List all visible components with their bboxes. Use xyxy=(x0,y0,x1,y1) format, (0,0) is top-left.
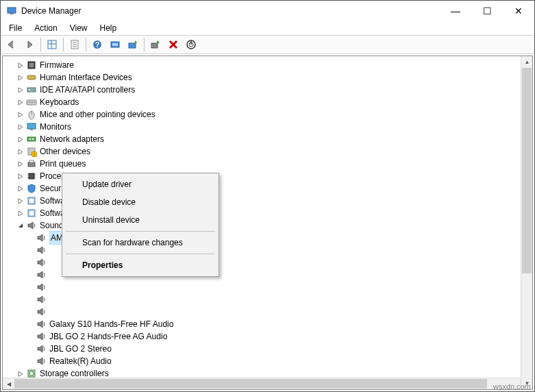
expand-icon[interactable] xyxy=(15,84,26,95)
category-icon xyxy=(26,97,37,108)
expand-icon[interactable] xyxy=(15,134,26,145)
tree-category[interactable]: Print queues xyxy=(3,158,532,170)
help-button[interactable]: ? xyxy=(89,36,105,53)
tree-device[interactable] xyxy=(3,306,532,318)
maximize-button[interactable]: ☐ xyxy=(471,1,503,21)
forward-button[interactable] xyxy=(21,36,38,53)
category-icon xyxy=(26,208,37,219)
tree-category[interactable]: Keyboards xyxy=(3,96,532,108)
svg-text:?: ? xyxy=(95,41,99,49)
svg-rect-30 xyxy=(32,138,34,140)
category-label: Firmware xyxy=(40,59,74,71)
expand-icon[interactable] xyxy=(15,195,26,206)
enable-device-button[interactable] xyxy=(147,36,164,53)
window-title: Device Manager xyxy=(21,6,440,16)
menu-file[interactable]: File xyxy=(3,22,27,34)
properties-button[interactable] xyxy=(66,36,83,53)
category-label: Mice and other pointing devices xyxy=(40,108,155,121)
tree-device[interactable]: Galaxy S10 Hands-Free HF Audio xyxy=(3,318,532,330)
tree-device[interactable]: Realtek(R) Audio xyxy=(3,355,532,367)
expand-icon[interactable] xyxy=(15,72,26,83)
tree-category[interactable]: !Other devices xyxy=(3,145,532,158)
tree-category[interactable]: Monitors xyxy=(3,121,532,133)
svg-rect-42 xyxy=(29,199,34,203)
svg-rect-12 xyxy=(112,43,118,46)
category-label: Human Interface Devices xyxy=(40,71,132,84)
svg-rect-13 xyxy=(129,43,136,48)
svg-rect-19 xyxy=(27,75,36,79)
sound-device-icon xyxy=(36,232,47,243)
category-icon xyxy=(26,84,37,95)
expand-icon[interactable] xyxy=(15,60,26,71)
context-menu-item[interactable]: Scan for hardware changes xyxy=(64,234,216,252)
toolbar-separator xyxy=(144,38,145,51)
toolbar-separator xyxy=(40,38,41,51)
svg-rect-1 xyxy=(10,13,14,14)
expand-icon[interactable] xyxy=(15,97,26,108)
svg-rect-29 xyxy=(29,138,31,140)
svg-point-46 xyxy=(29,371,34,376)
svg-rect-20 xyxy=(27,88,36,92)
tree-category[interactable]: Firmware xyxy=(3,59,532,71)
titlebar[interactable]: Device Manager — ☐ ✕ xyxy=(1,1,534,21)
device-manager-window: Device Manager — ☐ ✕ File Action View He… xyxy=(0,0,535,392)
svg-rect-14 xyxy=(151,43,158,48)
category-label: Monitors xyxy=(40,121,71,133)
window-controls: — ☐ ✕ xyxy=(440,1,534,21)
context-menu-separator xyxy=(66,254,215,254)
scroll-left-button[interactable]: ◀ xyxy=(3,378,14,390)
context-menu-item[interactable]: Disable device xyxy=(64,193,216,211)
menu-help[interactable]: Help xyxy=(95,22,123,34)
scroll-up-button[interactable]: ▲ xyxy=(521,56,533,68)
expand-icon[interactable] xyxy=(15,208,26,219)
back-button[interactable] xyxy=(3,36,20,53)
uninstall-device-button[interactable] xyxy=(165,36,182,53)
expand-icon[interactable] xyxy=(15,158,26,169)
minimize-button[interactable]: — xyxy=(440,1,471,21)
svg-rect-34 xyxy=(28,162,35,167)
vertical-scrollbar[interactable]: ▲ ▼ xyxy=(521,56,532,389)
toolbar: ? xyxy=(1,35,534,54)
tree-category[interactable]: Network adapters xyxy=(3,133,532,145)
expand-icon[interactable] xyxy=(15,121,26,132)
context-menu-item[interactable]: Uninstall device xyxy=(64,211,216,229)
disable-device-button[interactable] xyxy=(183,36,199,53)
horizontal-scrollbar[interactable]: ◀ ▶ xyxy=(3,378,521,389)
svg-rect-26 xyxy=(27,123,36,129)
menu-view[interactable]: View xyxy=(64,22,93,34)
scan-hardware-button[interactable] xyxy=(107,36,123,53)
collapse-icon[interactable] xyxy=(15,220,26,231)
context-menu-item[interactable]: Update driver xyxy=(64,175,216,193)
device-label: JBL GO 2 Hands-Free AG Audio xyxy=(49,330,167,343)
device-label: Galaxy S10 Hands-Free HF Audio xyxy=(49,318,173,330)
svg-rect-35 xyxy=(29,160,34,162)
category-icon xyxy=(26,158,37,169)
sound-device-icon xyxy=(36,294,47,305)
sound-device-icon xyxy=(36,269,47,280)
tree-device[interactable] xyxy=(3,293,532,306)
scroll-thumb-h[interactable] xyxy=(14,379,487,389)
sound-device-icon xyxy=(36,245,47,256)
menu-action[interactable]: Action xyxy=(29,22,62,34)
expand-icon[interactable] xyxy=(15,171,26,182)
category-icon xyxy=(26,195,37,206)
tree-device[interactable]: JBL GO 2 Stereo xyxy=(3,343,532,355)
context-menu-item[interactable]: Properties xyxy=(64,256,216,274)
show-hide-console-button[interactable] xyxy=(44,36,60,53)
update-driver-button[interactable] xyxy=(125,36,141,53)
tree-category[interactable]: Human Interface Devices xyxy=(3,71,532,84)
category-icon: ! xyxy=(26,146,37,157)
tree-device[interactable] xyxy=(3,281,532,293)
close-button[interactable]: ✕ xyxy=(503,1,534,21)
category-icon xyxy=(26,134,37,145)
tree-device[interactable]: JBL GO 2 Hands-Free AG Audio xyxy=(3,330,532,343)
tree-category[interactable]: Mice and other pointing devices xyxy=(3,108,532,121)
expand-icon[interactable] xyxy=(15,109,26,120)
scroll-thumb-v[interactable] xyxy=(522,68,532,273)
tree-category[interactable]: IDE ATA/ATAPI controllers xyxy=(3,84,532,96)
expand-icon[interactable] xyxy=(15,183,26,194)
expand-icon[interactable] xyxy=(15,146,26,157)
device-label: Realtek(R) Audio xyxy=(49,355,112,367)
svg-rect-44 xyxy=(29,211,34,215)
sound-device-icon xyxy=(36,331,47,342)
